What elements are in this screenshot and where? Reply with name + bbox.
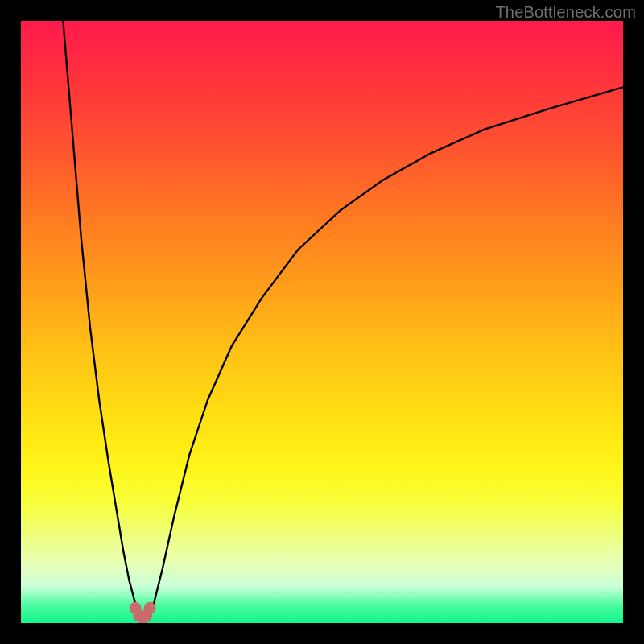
minimum-marker-group (130, 602, 156, 623)
chart-frame: TheBottleneck.com (0, 0, 644, 644)
watermark-text: TheBottleneck.com (495, 3, 636, 22)
curve-layer (21, 21, 623, 623)
bottleneck-curve-right (147, 87, 623, 620)
minimum-marker (144, 602, 156, 614)
bottleneck-curve-left (63, 21, 140, 620)
plot-area (21, 21, 623, 623)
